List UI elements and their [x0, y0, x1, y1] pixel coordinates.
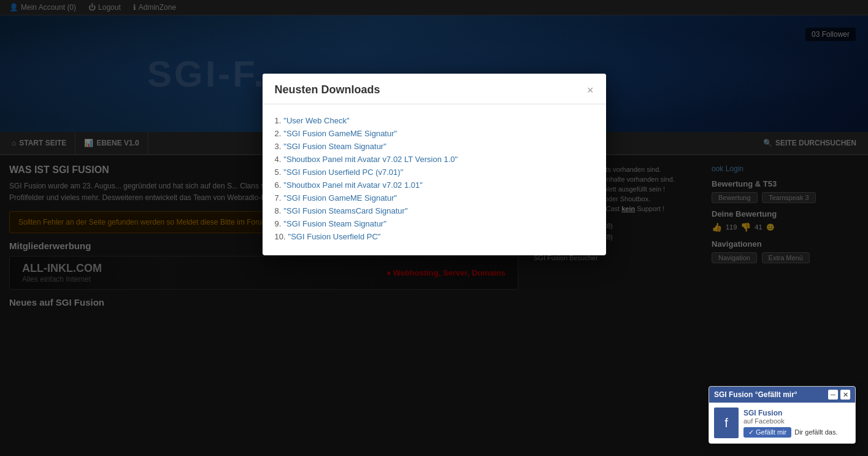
download-link-8[interactable]: "SGI Fusion SteamsCard Signatur" — [283, 206, 407, 215]
list-item: 3."SGI Fusion Steam Signatur" — [275, 140, 594, 153]
fb-like-text: Dir gefällt das. — [794, 428, 837, 436]
download-link-6[interactable]: "Shoutbox Panel mit Avatar v7.02 1.01" — [283, 180, 423, 190]
list-item: 9."SGI Fusion Steam Signatur" — [275, 217, 594, 230]
modal-header: Neusten Downloads × — [263, 74, 606, 104]
list-item: 6."Shoutbox Panel mit Avatar v7.02 1.01" — [275, 179, 594, 191]
list-item: 5."SGI Fusion Userfield PC (v7.01)" — [275, 166, 594, 179]
fb-info: SGI Fusion auf Facebook ✓ Gefällt mir Di… — [743, 409, 850, 438]
modal-body: 1."User Web Check" 2."SGI Fusion GameME … — [263, 104, 606, 255]
modal-title: Neusten Downloads — [275, 83, 380, 96]
list-item: 4."Shoutbox Panel mit Avatar v7.02 LT Ve… — [275, 153, 594, 166]
fb-like-row: ✓ Gefällt mir Dir gefällt das. — [743, 427, 850, 438]
fb-avatar: f — [714, 408, 739, 438]
list-item: 10."SGI Fusion Userfield PC" — [275, 230, 594, 243]
fb-avatar-icon: f — [724, 416, 728, 430]
download-link-4[interactable]: "Shoutbox Panel mit Avatar v7.02 LT Vers… — [283, 155, 458, 164]
fb-widget-title: SGI Fusion °Gefällt mir° — [714, 390, 797, 399]
downloads-list: 1."User Web Check" 2."SGI Fusion GameME … — [275, 114, 594, 243]
download-link-1[interactable]: "User Web Check" — [283, 116, 349, 125]
facebook-widget: SGI Fusion °Gefällt mir° ─ ✕ f SGI Fusio… — [709, 386, 856, 444]
list-item: 2."SGI Fusion GameME Signatur" — [275, 127, 594, 140]
fb-widget-body: f SGI Fusion auf Facebook ✓ Gefällt mir … — [709, 403, 855, 443]
fb-close-button[interactable]: ✕ — [840, 390, 850, 400]
download-link-10[interactable]: "SGI Fusion Userfield PC" — [288, 232, 381, 241]
download-link-7[interactable]: "SGI Fusion GameME Signatur" — [283, 193, 397, 203]
list-item: 1."User Web Check" — [275, 114, 594, 127]
fb-like-button[interactable]: ✓ Gefällt mir — [743, 427, 791, 438]
fb-auf-text: auf Facebook — [743, 417, 850, 425]
fb-widget-controls: ─ ✕ — [828, 390, 850, 400]
list-item: 7."SGI Fusion GameME Signatur" — [275, 191, 594, 204]
fb-widget-header: SGI Fusion °Gefällt mir° ─ ✕ — [709, 387, 855, 403]
downloads-modal: Neusten Downloads × 1."User Web Check" 2… — [263, 74, 606, 255]
list-item: 8."SGI Fusion SteamsCard Signatur" — [275, 204, 594, 217]
download-link-9[interactable]: "SGI Fusion Steam Signatur" — [283, 219, 386, 228]
download-link-5[interactable]: "SGI Fusion Userfield PC (v7.01)" — [283, 168, 403, 177]
download-link-3[interactable]: "SGI Fusion Steam Signatur" — [283, 142, 386, 151]
download-link-2[interactable]: "SGI Fusion GameME Signatur" — [283, 129, 397, 138]
modal-close-button[interactable]: × — [587, 85, 594, 96]
fb-minimize-button[interactable]: ─ — [828, 390, 838, 400]
fb-page-name[interactable]: SGI Fusion — [743, 409, 850, 417]
